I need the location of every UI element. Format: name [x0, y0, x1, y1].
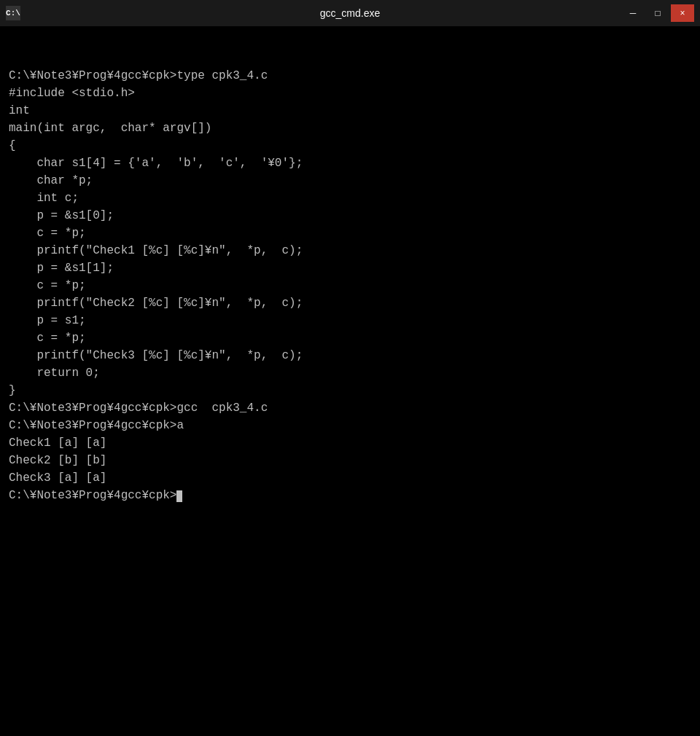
terminal-line: printf("Check3 [%c] [%c]¥n", *p, c); — [9, 347, 691, 364]
titlebar: C:\ gcc_cmd.exe ─ □ × — [0, 0, 700, 26]
terminal-line: p = s1; — [9, 312, 691, 329]
window: C:\ gcc_cmd.exe ─ □ × C:\¥Note3¥Prog¥4gc… — [0, 0, 700, 736]
terminal-line: c = *p; — [9, 224, 691, 242]
terminal-line: return 0; — [9, 364, 691, 382]
terminal-line: C:\¥Note3¥Prog¥4gcc¥cpk>a — [9, 417, 691, 434]
terminal-line: C:\¥Note3¥Prog¥4gcc¥cpk>type cpk3_4.c — [9, 67, 691, 85]
terminal-line: int c; — [9, 189, 691, 207]
terminal-cursor — [176, 490, 182, 502]
terminal-line: C:\¥Note3¥Prog¥4gcc¥cpk> — [9, 487, 691, 504]
window-icon: C:\ — [6, 6, 20, 20]
maximize-button[interactable]: □ — [646, 4, 669, 22]
terminal-line: Check1 [a] [a] — [9, 434, 691, 452]
terminal-line: int — [9, 102, 691, 120]
terminal-line: p = &s1[1]; — [9, 259, 691, 277]
close-button[interactable]: × — [671, 4, 694, 22]
terminal-line: Check3 [a] [a] — [9, 469, 691, 487]
window-title: gcc_cmd.exe — [320, 7, 380, 19]
terminal-line: { — [9, 137, 691, 154]
terminal-content[interactable]: C:\¥Note3¥Prog¥4gcc¥cpk>type cpk3_4.c#in… — [0, 26, 700, 736]
terminal-line: Check2 [b] [b] — [9, 452, 691, 469]
window-controls: ─ □ × — [621, 4, 694, 22]
terminal-line: char s1[4] = {'a', 'b', 'c', '¥0'}; — [9, 154, 691, 172]
terminal-line: C:\¥Note3¥Prog¥4gcc¥cpk>gcc cpk3_4.c — [9, 399, 691, 417]
terminal-line: printf("Check1 [%c] [%c]¥n", *p, c); — [9, 242, 691, 259]
terminal-line: #include <stdio.h> — [9, 85, 691, 102]
terminal-line: printf("Check2 [%c] [%c]¥n", *p, c); — [9, 294, 691, 312]
terminal-line: } — [9, 382, 691, 399]
terminal-line: c = *p; — [9, 329, 691, 347]
terminal-line: c = *p; — [9, 277, 691, 294]
minimize-button[interactable]: ─ — [621, 4, 645, 22]
terminal-line: p = &s1[0]; — [9, 207, 691, 224]
terminal-line: main(int argc, char* argv[]) — [9, 120, 691, 137]
terminal-line: char *p; — [9, 172, 691, 189]
